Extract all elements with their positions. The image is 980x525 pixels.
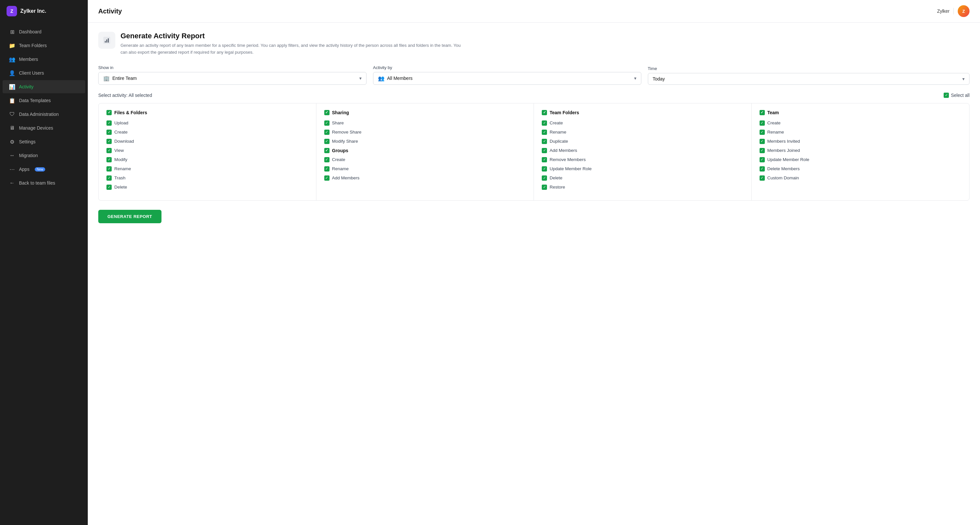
col-checkbox-files-folders[interactable]: ✓ xyxy=(107,110,112,115)
item-checkbox[interactable]: ✓ xyxy=(324,175,329,181)
item-label: View xyxy=(114,148,124,153)
item-checkbox[interactable]: ✓ xyxy=(542,121,547,126)
item-label: Delete xyxy=(114,185,127,190)
migration-icon: ↔ xyxy=(9,152,15,159)
item-checkbox[interactable]: ✓ xyxy=(542,157,547,162)
item-checkbox[interactable]: ✓ xyxy=(324,139,329,144)
list-item: ✓Create xyxy=(107,130,308,135)
item-checkbox[interactable]: ✓ xyxy=(107,157,112,162)
item-checkbox[interactable]: ✓ xyxy=(324,166,329,171)
sidebar-item-label-dashboard: Dashboard xyxy=(19,29,41,34)
sidebar-item-apps[interactable]: ⋯AppsNew xyxy=(3,163,85,176)
select-all-button[interactable]: ✓ Select all xyxy=(943,93,969,98)
item-checkbox[interactable]: ✓ xyxy=(107,121,112,126)
item-label: Custom Domain xyxy=(767,175,799,180)
client-users-icon: 👤 xyxy=(9,70,15,76)
apps-badge: New xyxy=(35,167,45,171)
item-label: Create xyxy=(550,121,563,125)
members-icon: 👥 xyxy=(9,56,15,62)
item-checkbox[interactable]: ✓ xyxy=(760,130,765,135)
activity-label: Select activity: All selected xyxy=(98,93,152,98)
time-select[interactable]: Today ▾ xyxy=(648,73,970,85)
item-checkbox[interactable]: ✓ xyxy=(542,185,547,190)
avatar[interactable]: Z xyxy=(958,5,969,17)
item-checkbox[interactable]: ✓ xyxy=(107,166,112,171)
item-checkbox[interactable]: ✓ xyxy=(760,157,765,162)
item-label: Modify Share xyxy=(332,139,358,144)
list-item: ✓Duplicate xyxy=(542,139,743,144)
activity-col-files-folders: ✓Files & Folders✓Upload✓Create✓Download✓… xyxy=(99,103,317,200)
item-label: Download xyxy=(114,139,134,144)
item-checkbox[interactable]: ✓ xyxy=(542,130,547,135)
col-checkbox-team[interactable]: ✓ xyxy=(760,110,765,115)
item-checkbox[interactable]: ✓ xyxy=(107,130,112,135)
sidebar-item-client-users[interactable]: 👤Client Users xyxy=(3,67,85,79)
topbar-divider xyxy=(953,8,954,14)
item-checkbox[interactable]: ✓ xyxy=(107,148,112,153)
item-checkbox[interactable]: ✓ xyxy=(760,175,765,181)
generate-report-button[interactable]: GENERATE REPORT xyxy=(98,210,161,223)
activity-by-select[interactable]: 👥 All Members ▾ xyxy=(373,72,641,85)
item-label: Add Members xyxy=(332,175,360,180)
sidebar-item-data-administration[interactable]: 🛡Data Administration xyxy=(3,108,85,121)
item-checkbox[interactable]: ✓ xyxy=(760,121,765,126)
item-label: Update Member Role xyxy=(767,157,809,162)
item-checkbox[interactable]: ✓ xyxy=(542,175,547,181)
col-title-files-folders: Files & Folders xyxy=(114,110,147,115)
item-checkbox[interactable]: ✓ xyxy=(324,157,329,162)
sidebar-item-manage-devices[interactable]: 🖥Manage Devices xyxy=(3,121,85,135)
activity-col-sharing: ✓Sharing✓Share✓Remove Share✓Modify Share… xyxy=(317,103,534,200)
topbar: Activity Zylker Z xyxy=(88,0,980,22)
sidebar-item-team-folders[interactable]: 📁Team Folders xyxy=(3,39,85,52)
item-label: Remove Members xyxy=(550,157,585,162)
item-checkbox[interactable]: ✓ xyxy=(542,148,547,153)
item-label: Upload xyxy=(114,121,128,125)
sidebar-item-data-templates[interactable]: 📋Data Templates xyxy=(3,94,85,107)
col-checkbox-sharing[interactable]: ✓ xyxy=(324,110,329,115)
item-checkbox[interactable]: ✓ xyxy=(107,175,112,181)
sidebar-item-back-to-team[interactable]: ←Back to team files xyxy=(3,176,85,190)
subgroup-checkbox[interactable]: ✓ xyxy=(324,148,329,153)
list-item: ✓Create xyxy=(760,121,962,126)
list-item: ✓Delete xyxy=(107,185,308,190)
item-label: Duplicate xyxy=(550,139,568,144)
sidebar-item-label-members: Members xyxy=(19,57,38,62)
sidebar-item-members[interactable]: 👥Members xyxy=(3,53,85,66)
col-title-sharing: Sharing xyxy=(332,110,349,115)
list-item: ✓Delete xyxy=(542,175,743,181)
sidebar-item-label-apps: Apps xyxy=(19,167,29,172)
manage-devices-icon: 🖥 xyxy=(9,125,15,131)
item-checkbox[interactable]: ✓ xyxy=(107,185,112,190)
apps-icon: ⋯ xyxy=(9,166,15,172)
show-in-value: Entire Team xyxy=(112,76,357,81)
list-item: ✓Rename xyxy=(107,166,308,171)
item-checkbox[interactable]: ✓ xyxy=(760,166,765,171)
sidebar-item-dashboard[interactable]: ⊞Dashboard xyxy=(3,25,85,38)
item-checkbox[interactable]: ✓ xyxy=(760,148,765,153)
page-content: Generate Activity Report Generate an act… xyxy=(88,22,980,525)
time-label: Time xyxy=(648,66,970,71)
sidebar-item-settings[interactable]: ⚙Settings xyxy=(3,135,85,148)
activity-grid: ✓Files & Folders✓Upload✓Create✓Download✓… xyxy=(98,103,969,201)
item-checkbox[interactable]: ✓ xyxy=(324,130,329,135)
item-label: Restore xyxy=(550,185,565,190)
sidebar-item-migration[interactable]: ↔Migration xyxy=(3,149,85,162)
item-label: Rename xyxy=(114,166,131,171)
item-checkbox[interactable]: ✓ xyxy=(542,139,547,144)
team-icon: 🏢 xyxy=(103,75,110,81)
item-label: Share xyxy=(332,121,344,125)
report-info: Generate Activity Report Generate an act… xyxy=(121,32,465,56)
sidebar-nav: ⊞Dashboard📁Team Folders👥Members👤Client U… xyxy=(0,22,88,192)
team-folders-icon: 📁 xyxy=(9,43,15,48)
list-item: ✓Upload xyxy=(107,121,308,126)
sidebar-item-label-migration: Migration xyxy=(19,153,38,158)
item-checkbox[interactable]: ✓ xyxy=(324,121,329,126)
item-checkbox[interactable]: ✓ xyxy=(760,139,765,144)
show-in-select[interactable]: 🏢 Entire Team ▾ xyxy=(98,72,366,85)
col-checkbox-team-folders[interactable]: ✓ xyxy=(542,110,547,115)
item-checkbox[interactable]: ✓ xyxy=(107,139,112,144)
item-checkbox[interactable]: ✓ xyxy=(542,166,547,171)
list-item: ✓Download xyxy=(107,139,308,144)
sidebar-item-activity[interactable]: 📊Activity xyxy=(3,80,85,93)
select-all-checkbox[interactable]: ✓ xyxy=(943,93,949,98)
